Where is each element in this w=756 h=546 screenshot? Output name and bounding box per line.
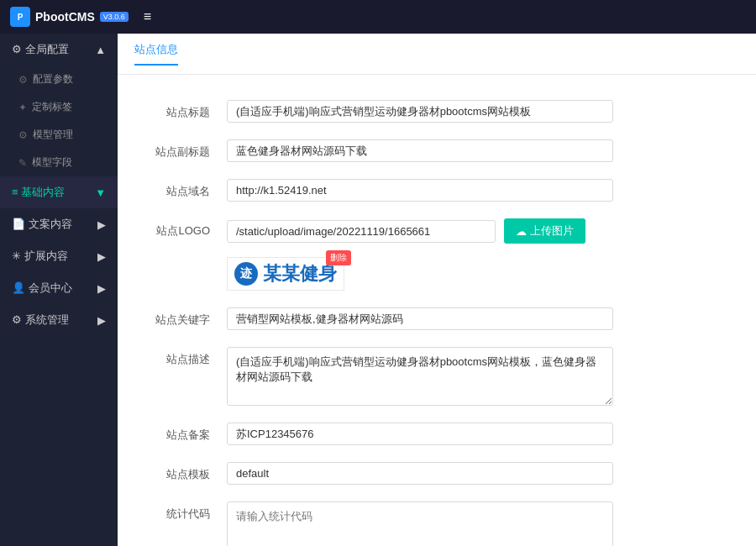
system-icon: ⚙ bbox=[12, 313, 25, 326]
main-layout: ⚙ 全局配置 ▲ ⚙ 配置参数 ✦ 定制标签 ⚙ 模型管理 ✎ 模型字段 ≡ 基… bbox=[0, 34, 756, 546]
stats-area-wrapper: https://www.huzhan.com/ishop34101 bbox=[227, 501, 613, 546]
site-desc-row: 站点描述 bbox=[118, 339, 756, 414]
basic-content-label: ≡ 基础内容 bbox=[12, 185, 65, 200]
sidebar-item-global-config[interactable]: ⚙ 全局配置 ▲ bbox=[0, 34, 118, 66]
logo-circle-icon: 迹 bbox=[234, 262, 258, 286]
site-info-form: 站点标题 站点副标题 站点域名 站点LOGO bbox=[118, 75, 756, 546]
model-fields-label: 模型字段 bbox=[32, 155, 72, 170]
site-subtitle-row: 站点副标题 bbox=[118, 131, 756, 171]
chevron-icon3: ▶ bbox=[97, 282, 106, 295]
main-content: 站点信息 站点标题 站点副标题 站点域名 bbox=[118, 34, 756, 546]
site-logo-value: ☁ 上传图片 迹 某某健身 删除 bbox=[227, 218, 739, 291]
upload-logo-button[interactable]: ☁ 上传图片 bbox=[504, 218, 585, 244]
site-title-value bbox=[227, 100, 739, 123]
page-header: 站点信息 bbox=[118, 34, 756, 75]
settings-icon: ⚙ bbox=[18, 74, 28, 86]
stats-code-row: 统计代码 https://www.huzhan.com/ishop34101 bbox=[118, 493, 756, 546]
stats-code-label: 统计代码 bbox=[134, 501, 210, 522]
stats-code-textarea[interactable] bbox=[227, 501, 613, 546]
sidebar: ⚙ 全局配置 ▲ ⚙ 配置参数 ✦ 定制标签 ⚙ 模型管理 ✎ 模型字段 ≡ 基… bbox=[0, 34, 118, 546]
chevron-icon2: ▶ bbox=[97, 250, 106, 263]
system-manage-label: ⚙ 系统管理 bbox=[12, 312, 69, 328]
stats-code-value: https://www.huzhan.com/ishop34101 bbox=[227, 501, 739, 546]
sidebar-item-custom-labels[interactable]: ✦ 定制标签 bbox=[0, 93, 118, 121]
sidebar-item-config-params[interactable]: ⚙ 配置参数 bbox=[0, 66, 118, 93]
site-keywords-row: 站点关键字 bbox=[118, 299, 756, 339]
topbar-title: PbootCMS bbox=[35, 10, 95, 24]
site-keywords-input[interactable] bbox=[227, 307, 613, 330]
doc-icon: 📄 bbox=[12, 218, 29, 230]
site-desc-value bbox=[227, 347, 739, 406]
chevron-icon4: ▶ bbox=[97, 314, 106, 327]
member-center-label: 👤 会员中心 bbox=[12, 281, 72, 296]
site-template-row: 站点模板 bbox=[118, 454, 756, 493]
site-template-input[interactable] bbox=[227, 462, 613, 485]
site-icp-label: 站点备案 bbox=[134, 423, 210, 443]
user-icon: 👤 bbox=[12, 281, 29, 294]
ext-icon: ✳ bbox=[12, 249, 24, 262]
site-keywords-value bbox=[227, 307, 739, 330]
article-content-label: 📄 文案内容 bbox=[12, 217, 72, 232]
model-icon: ⚙ bbox=[18, 129, 28, 141]
sidebar-item-basic-content[interactable]: ≡ 基础内容 ▼ bbox=[0, 176, 118, 208]
site-template-value bbox=[227, 462, 739, 485]
site-template-label: 站点模板 bbox=[134, 462, 210, 482]
list-icon: ≡ bbox=[12, 186, 21, 198]
global-config-label: ⚙ 全局配置 bbox=[12, 42, 69, 57]
site-domain-value bbox=[227, 179, 739, 202]
logo-brand-text: 某某健身 bbox=[263, 261, 337, 286]
logo-display: 迹 某某健身 bbox=[234, 261, 337, 286]
config-params-label: 配置参数 bbox=[33, 72, 73, 87]
upload-btn-label: 上传图片 bbox=[530, 223, 574, 239]
site-logo-label: 站点LOGO bbox=[134, 218, 210, 239]
site-icp-input[interactable] bbox=[227, 423, 613, 445]
topbar: P PbootCMS V3.0.6 ≡ bbox=[0, 0, 756, 34]
site-logo-path-input[interactable] bbox=[227, 220, 496, 243]
gear-icon: ⚙ bbox=[12, 43, 25, 55]
chevron-icon: ▶ bbox=[97, 218, 106, 231]
site-domain-label: 站点域名 bbox=[134, 179, 210, 199]
chevron-down-icon: ▼ bbox=[95, 186, 106, 199]
site-desc-label: 站点描述 bbox=[134, 347, 210, 367]
page-title: 站点信息 bbox=[134, 42, 178, 66]
site-title-row: 站点标题 bbox=[118, 92, 756, 131]
site-domain-input[interactable] bbox=[227, 179, 613, 202]
site-subtitle-label: 站点副标题 bbox=[134, 139, 210, 160]
site-icp-value bbox=[227, 423, 739, 445]
delete-logo-button[interactable]: 删除 bbox=[326, 250, 351, 265]
menu-toggle-icon[interactable]: ≡ bbox=[144, 9, 151, 24]
site-logo-row: 站点LOGO ☁ 上传图片 迹 某某健身 bbox=[118, 210, 756, 299]
sidebar-item-system-manage[interactable]: ⚙ 系统管理 ▶ bbox=[0, 304, 118, 336]
topbar-logo: P PbootCMS V3.0.6 bbox=[10, 7, 129, 27]
ext-content-label: ✳ 扩展内容 bbox=[12, 249, 68, 264]
model-manage-label: 模型管理 bbox=[33, 128, 73, 142]
site-domain-row: 站点域名 bbox=[118, 171, 756, 210]
logo-icon: P bbox=[10, 7, 30, 27]
site-subtitle-input[interactable] bbox=[227, 139, 613, 162]
sidebar-item-ext-content[interactable]: ✳ 扩展内容 ▶ bbox=[0, 240, 118, 272]
upload-icon: ☁ bbox=[516, 225, 527, 238]
chevron-up-icon: ▲ bbox=[95, 44, 106, 56]
site-title-input[interactable] bbox=[227, 100, 613, 123]
label-icon: ✦ bbox=[18, 102, 27, 113]
site-icp-row: 站点备案 bbox=[118, 414, 756, 454]
sidebar-item-model-fields[interactable]: ✎ 模型字段 bbox=[0, 149, 118, 176]
sidebar-item-model-manage[interactable]: ⚙ 模型管理 bbox=[0, 121, 118, 149]
field-icon: ✎ bbox=[18, 157, 27, 169]
logo-preview-container: 迹 某某健身 删除 bbox=[227, 257, 344, 291]
site-title-label: 站点标题 bbox=[134, 100, 210, 120]
version-badge: V3.0.6 bbox=[100, 12, 129, 22]
sidebar-item-member-center[interactable]: 👤 会员中心 ▶ bbox=[0, 272, 118, 304]
site-keywords-label: 站点关键字 bbox=[134, 307, 210, 328]
sidebar-item-article-content[interactable]: 📄 文案内容 ▶ bbox=[0, 208, 118, 240]
site-subtitle-value bbox=[227, 139, 739, 162]
custom-labels-label: 定制标签 bbox=[32, 100, 72, 114]
site-desc-textarea[interactable] bbox=[227, 347, 613, 406]
